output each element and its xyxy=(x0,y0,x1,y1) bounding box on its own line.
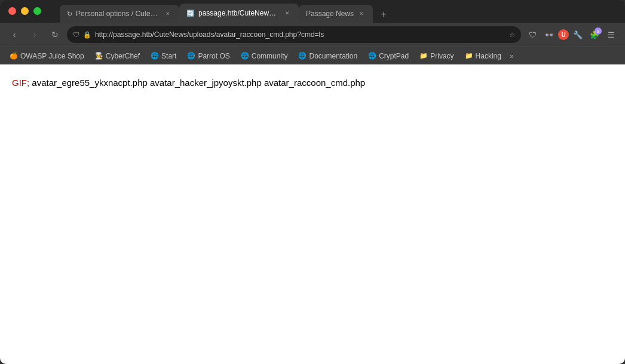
shield-icon: 🛡 xyxy=(73,31,79,38)
maximize-button[interactable] xyxy=(33,7,41,15)
bookmark-privacy[interactable]: 📁 Privacy xyxy=(415,51,458,61)
tab3-close[interactable]: ✕ xyxy=(357,10,366,18)
reload-button[interactable]: ↻ xyxy=(47,26,63,43)
url-text: http://passage.htb/CuteNews/uploads/avat… xyxy=(95,30,505,39)
tab3-label: Passage News xyxy=(306,10,354,18)
forward-button[interactable]: › xyxy=(26,26,43,43)
bookmark-parrot-label: Parrot OS xyxy=(198,52,229,60)
bookmarks-bar: 🍊 OWASP Juice Shop 👨‍🍳 CyberChef 🌐 Start… xyxy=(0,47,625,64)
tab1-icon: ↻ xyxy=(67,10,72,18)
bookmark-hacking[interactable]: 📁 Hacking xyxy=(460,51,506,61)
tab-uploads[interactable]: 🔄 passage.htb/CuteNews/uplo... ✕ xyxy=(179,4,299,23)
bookmark-community[interactable]: 🌐 Community xyxy=(236,51,293,61)
bookmark-privacy-label: Privacy xyxy=(430,52,454,60)
tab2-close[interactable]: ✕ xyxy=(283,9,292,17)
start-icon: 🌐 xyxy=(151,52,159,60)
bookmark-owasp[interactable]: 🍊 OWASP Juice Shop xyxy=(5,51,89,61)
ublock-icon[interactable]: U xyxy=(558,29,569,40)
owasp-icon: 🍊 xyxy=(10,52,18,60)
navigation-bar: ‹ › ↻ 🛡 🔒 http://passage.htb/CuteNews/up… xyxy=(0,23,625,47)
bookmark-community-label: Community xyxy=(252,52,288,60)
new-tab-button[interactable]: + xyxy=(375,6,392,23)
bookmark-cyberchef-label: CyberChef xyxy=(106,52,140,60)
address-bar[interactable]: 🛡 🔒 http://passage.htb/CuteNews/uploads/… xyxy=(67,26,521,43)
star-icon[interactable]: ☆ xyxy=(509,31,515,39)
bookmark-docs-label: Documentation xyxy=(309,52,357,60)
bookmark-cryptpad[interactable]: 🌐 CryptPad xyxy=(363,51,413,61)
bookmark-hacking-label: Hacking xyxy=(476,52,501,60)
community-icon: 🌐 xyxy=(241,52,249,60)
parrot-icon: 🌐 xyxy=(187,52,195,60)
docs-icon: 🌐 xyxy=(298,52,307,60)
tab1-label: Personal options / CuteN... xyxy=(76,10,160,18)
bookmark-start[interactable]: 🌐 Start xyxy=(146,51,181,61)
bookmark-docs[interactable]: 🌐 Documentation xyxy=(293,51,362,61)
tab1-close[interactable]: ✕ xyxy=(164,10,172,18)
traffic-lights xyxy=(8,7,41,15)
nav-icons: 🛡 👓 U 🔧 🧩 9 ☰ xyxy=(525,27,619,42)
tab2-label: passage.htb/CuteNews/uplo... xyxy=(198,9,280,17)
bookmark-parrot[interactable]: 🌐 Parrot OS xyxy=(182,51,234,61)
wrench-icon[interactable]: 🔧 xyxy=(570,27,586,42)
privacy-icon: 📁 xyxy=(419,52,428,60)
close-button[interactable] xyxy=(8,7,16,15)
glasses-icon[interactable]: 👓 xyxy=(541,27,557,42)
page-content: GIF; avatar_egre55_ykxnacpt.php avatar_h… xyxy=(0,64,625,364)
tab-passage-news[interactable]: Passage News ✕ xyxy=(299,5,373,23)
lock-icon: 🔒 xyxy=(83,31,91,39)
minimize-button[interactable] xyxy=(21,7,29,15)
cyberchef-icon: 👨‍🍳 xyxy=(95,52,103,60)
tab-personal-options[interactable]: ↻ Personal options / CuteN... ✕ xyxy=(60,5,179,23)
bookmark-cyberchef[interactable]: 👨‍🍳 CyberChef xyxy=(90,51,145,61)
extension-badge: 9 xyxy=(595,27,602,35)
tab2-icon: 🔄 xyxy=(186,10,195,17)
gif-prefix: GIF; xyxy=(12,78,32,88)
menu-icon[interactable]: ☰ xyxy=(603,27,619,42)
bookmark-start-label: Start xyxy=(161,52,176,60)
shield-verify-icon[interactable]: 🛡 xyxy=(525,27,540,42)
bookmark-owasp-label: OWASP Juice Shop xyxy=(20,52,84,60)
bookmark-cryptpad-label: CryptPad xyxy=(379,52,409,60)
back-button[interactable]: ‹ xyxy=(6,26,23,43)
page-output: GIF; avatar_egre55_ykxnacpt.php avatar_h… xyxy=(12,76,613,90)
file-list: avatar_egre55_ykxnacpt.php avatar_hacker… xyxy=(32,78,365,88)
hacking-icon: 📁 xyxy=(465,52,473,60)
bookmarks-more-button[interactable]: » xyxy=(507,51,516,61)
cryptpad-icon: 🌐 xyxy=(368,52,376,60)
extension-icon[interactable]: 🧩 9 xyxy=(587,27,602,42)
